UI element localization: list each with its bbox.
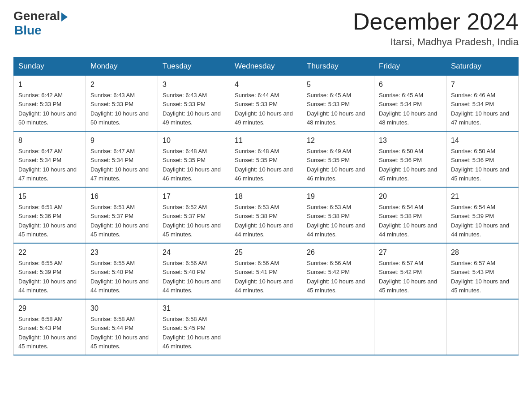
- calendar-cell: 27Sunrise: 6:57 AMSunset: 5:42 PMDayligh…: [374, 243, 446, 299]
- logo-general-text: General: [13, 9, 60, 23]
- location-text: Itarsi, Madhya Pradesh, India: [353, 36, 519, 48]
- month-year-title: December 2024: [353, 9, 519, 34]
- day-number: 11: [235, 135, 297, 146]
- calendar-week-row: 22Sunrise: 6:55 AMSunset: 5:39 PMDayligh…: [14, 243, 519, 299]
- day-number: 4: [235, 79, 297, 90]
- calendar-header-row: SundayMondayTuesdayWednesdayThursdayFrid…: [14, 57, 519, 76]
- day-number: 29: [18, 303, 81, 314]
- logo-blue-text: Blue: [14, 23, 42, 38]
- calendar-cell: 23Sunrise: 6:55 AMSunset: 5:40 PMDayligh…: [86, 243, 158, 299]
- day-info: Sunrise: 6:57 AMSunset: 5:43 PMDaylight:…: [451, 260, 509, 294]
- day-info: Sunrise: 6:51 AMSunset: 5:36 PMDaylight:…: [18, 204, 77, 238]
- day-info: Sunrise: 6:53 AMSunset: 5:38 PMDaylight:…: [307, 204, 365, 238]
- day-number: 27: [379, 247, 442, 258]
- day-header-friday: Friday: [374, 57, 446, 76]
- day-info: Sunrise: 6:43 AMSunset: 5:33 PMDaylight:…: [163, 92, 221, 126]
- day-header-thursday: Thursday: [302, 57, 374, 76]
- calendar-cell: 4Sunrise: 6:44 AMSunset: 5:33 PMDaylight…: [230, 76, 302, 132]
- day-number: 8: [18, 135, 81, 146]
- day-info: Sunrise: 6:45 AMSunset: 5:33 PMDaylight:…: [307, 92, 365, 126]
- calendar-cell: [374, 299, 446, 355]
- day-header-wednesday: Wednesday: [230, 57, 302, 76]
- day-info: Sunrise: 6:57 AMSunset: 5:42 PMDaylight:…: [379, 260, 437, 294]
- day-header-saturday: Saturday: [446, 57, 519, 76]
- day-number: 20: [379, 191, 442, 202]
- day-info: Sunrise: 6:45 AMSunset: 5:34 PMDaylight:…: [379, 92, 437, 126]
- day-info: Sunrise: 6:51 AMSunset: 5:37 PMDaylight:…: [90, 204, 149, 238]
- calendar-cell: [446, 299, 519, 355]
- day-info: Sunrise: 6:47 AMSunset: 5:34 PMDaylight:…: [18, 148, 77, 182]
- calendar-cell: 12Sunrise: 6:49 AMSunset: 5:35 PMDayligh…: [302, 131, 374, 187]
- day-number: 21: [451, 191, 514, 202]
- day-info: Sunrise: 6:56 AMSunset: 5:42 PMDaylight:…: [307, 260, 365, 294]
- day-info: Sunrise: 6:55 AMSunset: 5:39 PMDaylight:…: [18, 260, 77, 294]
- title-section: December 2024 Itarsi, Madhya Pradesh, In…: [353, 9, 519, 48]
- day-info: Sunrise: 6:53 AMSunset: 5:38 PMDaylight:…: [235, 204, 293, 238]
- day-info: Sunrise: 6:49 AMSunset: 5:35 PMDaylight:…: [307, 148, 365, 182]
- calendar-cell: 25Sunrise: 6:56 AMSunset: 5:41 PMDayligh…: [230, 243, 302, 299]
- day-info: Sunrise: 6:46 AMSunset: 5:34 PMDaylight:…: [451, 92, 509, 126]
- calendar-cell: 13Sunrise: 6:50 AMSunset: 5:36 PMDayligh…: [374, 131, 446, 187]
- calendar-cell: 14Sunrise: 6:50 AMSunset: 5:36 PMDayligh…: [446, 131, 519, 187]
- calendar-cell: 20Sunrise: 6:54 AMSunset: 5:38 PMDayligh…: [374, 187, 446, 243]
- calendar-cell: [230, 299, 302, 355]
- day-number: 28: [451, 247, 514, 258]
- logo: General Blue: [13, 9, 68, 38]
- calendar-cell: 18Sunrise: 6:53 AMSunset: 5:38 PMDayligh…: [230, 187, 302, 243]
- calendar-cell: 22Sunrise: 6:55 AMSunset: 5:39 PMDayligh…: [14, 243, 86, 299]
- day-info: Sunrise: 6:52 AMSunset: 5:37 PMDaylight:…: [163, 204, 221, 238]
- day-info: Sunrise: 6:47 AMSunset: 5:34 PMDaylight:…: [90, 148, 149, 182]
- day-number: 3: [163, 79, 225, 90]
- day-info: Sunrise: 6:43 AMSunset: 5:33 PMDaylight:…: [90, 92, 149, 126]
- calendar-cell: 30Sunrise: 6:58 AMSunset: 5:44 PMDayligh…: [86, 299, 158, 355]
- calendar-cell: 31Sunrise: 6:58 AMSunset: 5:45 PMDayligh…: [158, 299, 230, 355]
- calendar-cell: 3Sunrise: 6:43 AMSunset: 5:33 PMDaylight…: [158, 76, 230, 132]
- calendar-cell: 10Sunrise: 6:48 AMSunset: 5:35 PMDayligh…: [158, 131, 230, 187]
- day-header-tuesday: Tuesday: [158, 57, 230, 76]
- calendar-cell: 1Sunrise: 6:42 AMSunset: 5:33 PMDaylight…: [14, 76, 86, 132]
- day-number: 10: [163, 135, 225, 146]
- day-number: 15: [18, 191, 81, 202]
- calendar-cell: 19Sunrise: 6:53 AMSunset: 5:38 PMDayligh…: [302, 187, 374, 243]
- day-info: Sunrise: 6:44 AMSunset: 5:33 PMDaylight:…: [235, 92, 293, 126]
- day-info: Sunrise: 6:48 AMSunset: 5:35 PMDaylight:…: [163, 148, 221, 182]
- calendar-table: SundayMondayTuesdayWednesdayThursdayFrid…: [13, 57, 519, 355]
- day-info: Sunrise: 6:54 AMSunset: 5:38 PMDaylight:…: [379, 204, 437, 238]
- day-info: Sunrise: 6:58 AMSunset: 5:45 PMDaylight:…: [163, 316, 221, 350]
- calendar-week-row: 15Sunrise: 6:51 AMSunset: 5:36 PMDayligh…: [14, 187, 519, 243]
- calendar-cell: 9Sunrise: 6:47 AMSunset: 5:34 PMDaylight…: [86, 131, 158, 187]
- calendar-cell: 15Sunrise: 6:51 AMSunset: 5:36 PMDayligh…: [14, 187, 86, 243]
- calendar-cell: 7Sunrise: 6:46 AMSunset: 5:34 PMDaylight…: [446, 76, 519, 132]
- day-info: Sunrise: 6:55 AMSunset: 5:40 PMDaylight:…: [90, 260, 149, 294]
- day-info: Sunrise: 6:56 AMSunset: 5:40 PMDaylight:…: [163, 260, 221, 294]
- day-number: 18: [235, 191, 297, 202]
- calendar-cell: 8Sunrise: 6:47 AMSunset: 5:34 PMDaylight…: [14, 131, 86, 187]
- day-number: 13: [379, 135, 442, 146]
- day-info: Sunrise: 6:58 AMSunset: 5:44 PMDaylight:…: [90, 316, 149, 350]
- day-number: 14: [451, 135, 514, 146]
- calendar-week-row: 29Sunrise: 6:58 AMSunset: 5:43 PMDayligh…: [14, 299, 519, 355]
- day-number: 7: [451, 79, 514, 90]
- calendar-cell: [302, 299, 374, 355]
- day-info: Sunrise: 6:42 AMSunset: 5:33 PMDaylight:…: [18, 92, 77, 126]
- calendar-cell: 28Sunrise: 6:57 AMSunset: 5:43 PMDayligh…: [446, 243, 519, 299]
- day-number: 31: [163, 303, 225, 314]
- day-info: Sunrise: 6:58 AMSunset: 5:43 PMDaylight:…: [18, 316, 77, 350]
- calendar-cell: 21Sunrise: 6:54 AMSunset: 5:39 PMDayligh…: [446, 187, 519, 243]
- day-info: Sunrise: 6:48 AMSunset: 5:35 PMDaylight:…: [235, 148, 293, 182]
- calendar-cell: 11Sunrise: 6:48 AMSunset: 5:35 PMDayligh…: [230, 131, 302, 187]
- calendar-week-row: 8Sunrise: 6:47 AMSunset: 5:34 PMDaylight…: [14, 131, 519, 187]
- logo-arrow-icon: [61, 13, 68, 21]
- day-number: 30: [90, 303, 153, 314]
- day-number: 22: [18, 247, 81, 258]
- calendar-cell: 6Sunrise: 6:45 AMSunset: 5:34 PMDaylight…: [374, 76, 446, 132]
- day-number: 24: [163, 247, 225, 258]
- day-number: 9: [90, 135, 153, 146]
- calendar-cell: 17Sunrise: 6:52 AMSunset: 5:37 PMDayligh…: [158, 187, 230, 243]
- day-number: 25: [235, 247, 297, 258]
- day-header-monday: Monday: [86, 57, 158, 76]
- calendar-cell: 16Sunrise: 6:51 AMSunset: 5:37 PMDayligh…: [86, 187, 158, 243]
- day-info: Sunrise: 6:50 AMSunset: 5:36 PMDaylight:…: [379, 148, 437, 182]
- day-info: Sunrise: 6:54 AMSunset: 5:39 PMDaylight:…: [451, 204, 509, 238]
- calendar-cell: 26Sunrise: 6:56 AMSunset: 5:42 PMDayligh…: [302, 243, 374, 299]
